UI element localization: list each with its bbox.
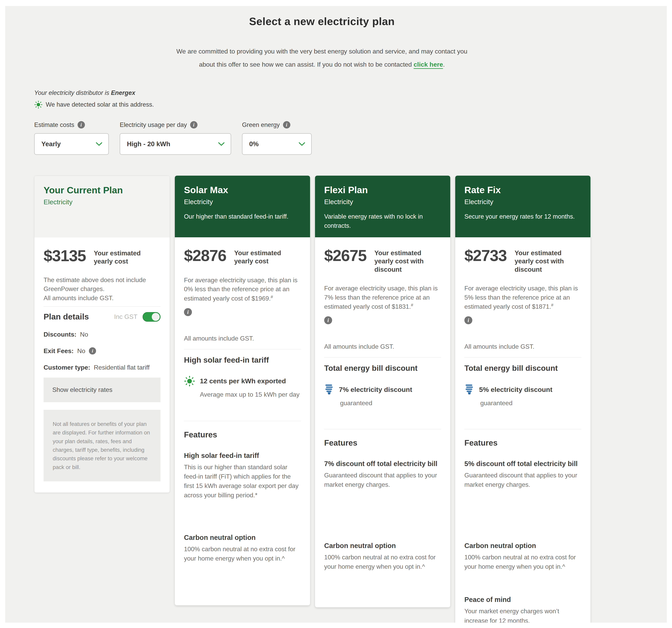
plan-title: Rate Fix (464, 185, 581, 195)
gst-note: All amounts include GST. (324, 342, 441, 351)
feature-item: 7% discount off total electricity bill G… (324, 459, 441, 529)
estimated-cost-label: Your estimated yearly cost (94, 248, 159, 265)
show-electricity-rates-button[interactable]: Show electricity rates (44, 377, 161, 402)
info-icon[interactable]: i (184, 308, 192, 316)
reference-footnote-mark: # (411, 303, 413, 307)
benefit-row: 12 cents per kWh exported (184, 376, 301, 387)
filter-label: Electricity usage per day i (120, 121, 231, 129)
row-value: No (80, 331, 88, 338)
benefit-section: High solar feed-in tariff (184, 349, 301, 415)
filter-label-text: Electricity usage per day (120, 121, 187, 129)
reference-price-note: For average electricity usage, this plan… (464, 284, 581, 311)
cfl-bulb-icon (464, 384, 474, 395)
row-value: Residential flat tariff (94, 364, 149, 371)
feature-item: 5% discount off total electricity bill G… (464, 459, 581, 529)
selected-value: High - 20 kWh (127, 140, 170, 148)
estimated-cost-label: Your estimated yearly cost (234, 248, 300, 265)
row-label: Customer type: (44, 364, 90, 371)
green-energy-select[interactable]: 0% (242, 133, 312, 155)
filter-label: Estimate costs i (34, 121, 109, 129)
info-icon[interactable]: i (283, 121, 290, 129)
benefit-section: Total energy bill discount 7% electricit… (324, 357, 441, 423)
feature-item: Peace of mind Your market energy charges… (464, 595, 581, 623)
features-heading: Features (464, 438, 581, 447)
distributor-name: Energex (111, 89, 135, 96)
info-icon[interactable]: i (464, 316, 472, 324)
features-heading: Features (324, 438, 441, 447)
plan-details-heading: Plan details (44, 312, 89, 322)
info-icon[interactable]: i (324, 316, 332, 324)
chevron-down-icon (96, 142, 102, 146)
plan-title: Your Current Plan (44, 185, 161, 195)
reference-footnote-mark: # (271, 295, 273, 299)
estimated-cost: $2876 (184, 248, 226, 263)
plan-product: Electricity (464, 198, 581, 206)
feature-text: 100% carbon neutral at no extra cost for… (324, 553, 441, 572)
features-heading: Features (184, 430, 301, 439)
estimate-note: The estimate above does not include Gree… (44, 276, 161, 303)
discounts-row: Discounts: No (44, 331, 161, 338)
chevron-down-icon (218, 142, 225, 146)
filter-estimate-costs: Estimate costs i Yearly (34, 121, 109, 155)
feature-text: Your market energy charges won’t increas… (464, 606, 581, 623)
feature-item: High solar feed-in tariff This is our hi… (184, 451, 301, 521)
plan-product: Electricity (184, 198, 301, 206)
usage-per-day-select[interactable]: High - 20 kWh (120, 133, 231, 155)
exit-fees-row: Exit Fees: No i (44, 347, 161, 355)
flexi-plan-body: $2675 Your estimated yearly cost with di… (315, 248, 450, 571)
inc-gst-control: Inc GST (114, 312, 161, 322)
cfl-bulb-icon (324, 384, 334, 395)
estimated-cost: $3135 (44, 248, 86, 263)
feature-title: Carbon neutral option (324, 541, 441, 550)
benefit-subtext: guaranteed (480, 398, 581, 408)
plan-cards-row: Your Current Plan Electricity $3135 Your… (34, 176, 639, 623)
feature-title: Carbon neutral option (464, 541, 581, 550)
reference-footnote-mark: # (551, 303, 553, 307)
benefit-section: Total energy bill discount 5% electricit… (464, 357, 581, 423)
rate-fix-body: $2733 Your estimated yearly cost with di… (455, 248, 591, 623)
benefit-heading: Total energy bill discount (464, 364, 581, 373)
filter-green-energy: Green energy i 0% (242, 121, 312, 155)
distributor-prefix: Your electricity distributor is (34, 89, 109, 96)
benefit-subtext: Average max up to 15 kWh per day (200, 390, 301, 399)
inc-gst-toggle[interactable] (143, 312, 161, 322)
rate-fix-header: Rate Fix Electricity Secure your energy … (455, 176, 591, 237)
row-label: Discounts: (44, 331, 76, 338)
content-area: Select a new electricity plan We are com… (5, 6, 667, 623)
solar-detected-note: We have detected solar at this address. (34, 100, 639, 109)
gst-note: All amounts include GST. (184, 334, 301, 343)
plan-title: Flexi Plan (324, 185, 441, 195)
row-label: Exit Fees: (44, 347, 74, 355)
feature-title: 7% discount off total electricity bill (324, 459, 441, 468)
plan-product: Electricity (324, 198, 441, 206)
plan-title: Solar Max (184, 185, 301, 195)
reference-price-note: For average electricity usage, this plan… (184, 276, 301, 303)
customer-type-row: Customer type: Residential flat tariff (44, 364, 161, 371)
estimate-note-line: The estimate above does not include Gree… (44, 276, 161, 294)
click-here-link[interactable]: click here (414, 61, 443, 68)
benefit-subtext: guaranteed (340, 398, 441, 408)
distributor-note: Your electricity distributor is Energex (34, 89, 639, 96)
feature-title: Carbon neutral option (184, 533, 301, 542)
selected-value: Yearly (41, 140, 61, 148)
estimated-cost-label: Your estimated yearly cost with discount (514, 248, 580, 274)
plan-product: Electricity (44, 198, 161, 206)
intro-text: We are committed to providing you with t… (5, 45, 639, 71)
filters-row: Estimate costs i Yearly Electricity usag… (34, 121, 639, 155)
feature-item: Carbon neutral option 100% carbon neutra… (184, 533, 301, 563)
info-icon[interactable]: i (190, 121, 197, 129)
benefit-title: 12 cents per kWh exported (200, 377, 286, 385)
feature-item: Carbon neutral option 100% carbon neutra… (324, 541, 441, 571)
estimated-cost: $2675 (324, 248, 366, 263)
reference-price-text: For average electricity usage, this plan… (464, 285, 578, 310)
benefit-row: 7% electricity discount (324, 384, 441, 395)
info-icon[interactable]: i (77, 121, 85, 129)
sun-icon (184, 376, 195, 387)
intro-line-2: about this offer to see how we can assis… (199, 61, 412, 68)
estimate-costs-select[interactable]: Yearly (34, 133, 109, 155)
card-solar-max: Solar Max Electricity Our higher than st… (175, 176, 310, 605)
feature-text: 100% carbon neutral at no extra cost for… (464, 553, 581, 572)
info-icon[interactable]: i (89, 347, 96, 354)
filter-label: Green energy i (242, 121, 312, 129)
intro-line-2-end: . (443, 61, 445, 68)
